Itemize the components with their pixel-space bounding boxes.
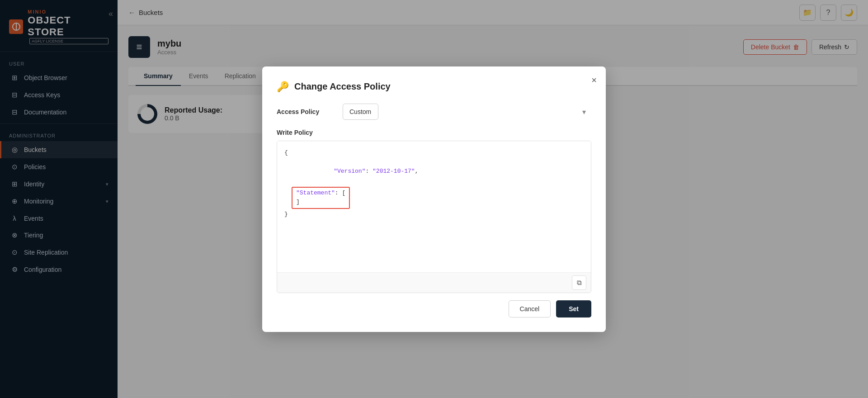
code-line-version: "Version": "2012-10-17", [284,157,584,185]
modal-overlay: 🔑 Change Access Policy × Access Policy C… [0,0,868,398]
copy-button[interactable]: ⧉ [572,275,586,290]
modal-footer: Cancel Set [277,300,591,317]
access-policy-select[interactable]: Custom [343,104,378,120]
set-button[interactable]: Set [556,300,591,317]
copy-icon: ⧉ [577,279,582,286]
modal-header: 🔑 Change Access Policy [277,81,591,93]
copy-btn-row: ⧉ [277,272,591,293]
write-policy-label: Write Policy [277,129,591,136]
code-line-statement-close: ] [296,198,345,207]
change-access-policy-modal: 🔑 Change Access Policy × Access Policy C… [262,66,606,332]
access-policy-row: Access Policy Custom [277,104,591,120]
highlighted-statement-block: "Statement": [ ] [292,187,350,209]
code-line-statement-wrapper: "Statement": [ ] [292,186,350,210]
code-editor[interactable]: { "Version": "2012-10-17", "Statement": … [277,141,591,272]
modal-title: Change Access Policy [294,81,391,92]
access-policy-label: Access Policy [277,108,335,115]
code-line-statement: "Statement": [ [296,189,345,198]
code-editor-wrapper: { "Version": "2012-10-17", "Statement": … [277,141,591,293]
access-policy-select-wrapper: Custom [343,104,591,120]
code-line-close: } [284,210,584,219]
key-icon: 🔑 [277,81,289,93]
code-line-open: { [284,148,584,158]
cancel-button[interactable]: Cancel [509,300,551,317]
modal-close-button[interactable]: × [591,76,597,85]
